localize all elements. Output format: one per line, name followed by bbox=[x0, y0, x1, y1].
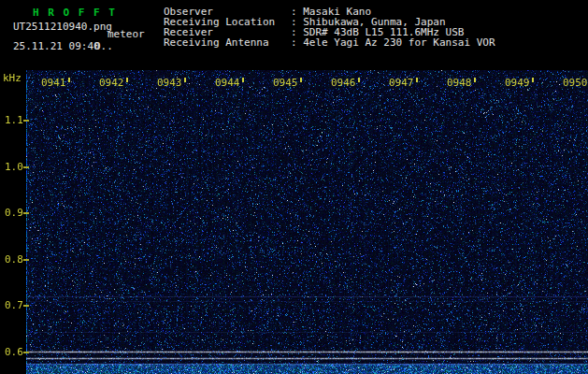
x-tick-label-0943: 0943 bbox=[157, 78, 186, 88]
x-tick-label-0947: 0947 bbox=[389, 78, 418, 88]
info-colon: : bbox=[291, 36, 303, 49]
x-tick-label-0948: 0948 bbox=[447, 78, 476, 88]
y-tick-mark bbox=[23, 352, 29, 353]
x-tick-mark bbox=[68, 78, 70, 82]
y-tick-label-0.6: 0.6 bbox=[5, 347, 23, 357]
x-tick-mark bbox=[242, 78, 244, 82]
y-tick-label-1.1: 1.1 bbox=[5, 115, 23, 125]
y-tick-mark bbox=[23, 120, 29, 122]
x-tick-mark bbox=[300, 78, 302, 82]
x-tick-label-0944: 0944 bbox=[215, 78, 244, 88]
y-tick-label-0.7: 0.7 bbox=[5, 300, 23, 310]
spectrogram-canvas bbox=[0, 70, 588, 374]
x-tick-text: 0947 bbox=[389, 77, 414, 89]
x-tick-label-0945: 0945 bbox=[273, 78, 302, 88]
y-tick-label-0.9: 0.9 bbox=[5, 208, 23, 218]
x-tick-text: 0941 bbox=[41, 77, 66, 89]
x-tick-mark bbox=[532, 78, 534, 82]
x-tick-mark bbox=[126, 78, 128, 82]
y-tick-mark bbox=[23, 166, 29, 168]
x-tick-text: 0942 bbox=[99, 77, 124, 89]
x-tick-label-0946: 0946 bbox=[331, 78, 360, 88]
station-info-row: Receiving Antenna: 4ele Yagi Az 230 for … bbox=[164, 37, 495, 48]
y-tick-label-1.0: 1.0 bbox=[5, 162, 23, 172]
y-tick-mark bbox=[23, 259, 29, 261]
x-tick-text: 0944 bbox=[215, 77, 240, 89]
status-text: O.. bbox=[94, 41, 113, 51]
x-tick-label-0941: 0941 bbox=[41, 78, 70, 88]
y-tick-mark bbox=[23, 212, 29, 214]
output-filename: UT2511210940.png bbox=[13, 22, 112, 32]
x-tick-label-0949: 0949 bbox=[505, 78, 534, 88]
x-tick-text: 0950 bbox=[563, 77, 588, 89]
header-panel: H R O F F T UT2511210940.png meteor 25.1… bbox=[0, 0, 588, 70]
x-tick-mark bbox=[474, 78, 476, 82]
x-tick-mark bbox=[358, 78, 360, 82]
x-tick-text: 0946 bbox=[331, 77, 356, 89]
info-value: 4ele Yagi Az 230 for Kansai VOR bbox=[303, 36, 495, 49]
y-tick-label-0.8: 0.8 bbox=[5, 254, 23, 265]
app-title: H R O F F T bbox=[33, 7, 116, 18]
x-tick-text: 0948 bbox=[447, 77, 472, 89]
info-label: Receiving Antenna bbox=[164, 37, 291, 48]
y-tick-mark bbox=[23, 305, 29, 307]
y-axis-unit-label: kHz bbox=[3, 73, 22, 83]
station-info-list: Observer: Masaki KanoReceiving Location:… bbox=[164, 7, 495, 48]
x-tick-text: 0949 bbox=[505, 77, 530, 89]
x-tick-label-0942: 0942 bbox=[99, 78, 128, 88]
x-tick-text: 0943 bbox=[157, 77, 182, 89]
x-tick-label-0950: 0950 bbox=[563, 78, 588, 88]
x-tick-mark bbox=[416, 78, 418, 82]
observation-datetime: 25.11.21 09:40 bbox=[13, 41, 100, 51]
hrofft-screen: H R O F F T UT2511210940.png meteor 25.1… bbox=[0, 0, 588, 374]
x-tick-mark bbox=[184, 78, 186, 82]
station-name: meteor bbox=[108, 29, 145, 39]
x-tick-text: 0945 bbox=[273, 77, 298, 89]
